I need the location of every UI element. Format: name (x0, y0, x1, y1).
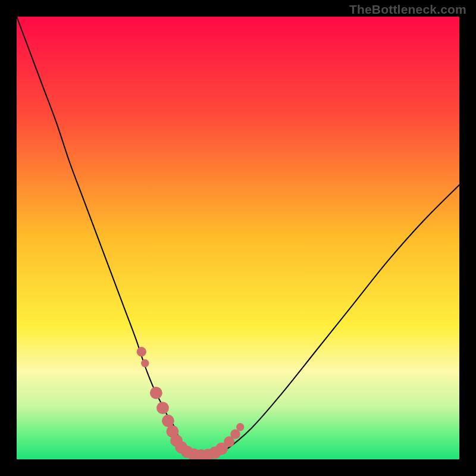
curve-layer (17, 17, 459, 459)
curve-bead (141, 359, 149, 367)
plot-area (17, 17, 459, 459)
curve-bead (236, 423, 244, 431)
curve-bead (156, 402, 169, 414)
curve-bead (162, 415, 174, 427)
curve-beads (137, 347, 245, 459)
watermark-text: TheBottleneck.com (349, 2, 466, 17)
curve-bead (137, 347, 146, 356)
bottleneck-curve (17, 17, 459, 456)
chart-frame: TheBottleneck.com (0, 0, 476, 476)
curve-bead (150, 387, 162, 399)
